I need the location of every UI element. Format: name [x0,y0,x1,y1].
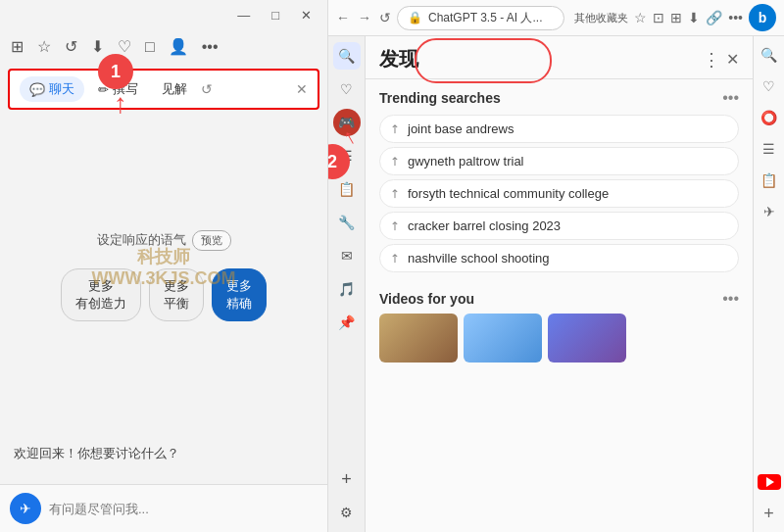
minimize-button[interactable]: — [231,6,256,24]
close-window-button[interactable]: ✕ [295,6,318,24]
bing-side-circle[interactable]: ⭕ [757,105,782,130]
bing-side-youtube[interactable] [757,469,782,495]
trending-item-text: cracker barrel closing 2023 [408,218,561,233]
secure-icon: 🔒 [408,11,422,24]
history-icon[interactable]: ↺ [62,34,80,59]
right-panel: ← → ↺ 🔒 ChatGPT 3.5 - AI 人... 其他收藏夹 ☆ ⊡ … [328,0,784,532]
bing-side-search[interactable]: 🔍 [757,42,782,68]
chat-input[interactable] [49,502,318,516]
forward-icon[interactable]: → [358,10,371,25]
sidebar-music[interactable]: 🎵 [333,275,361,303]
share-icon[interactable]: 🔗 [706,10,722,25]
grid-icon[interactable]: ⊞ [8,34,26,59]
settings-more-icon[interactable]: ••• [728,10,743,25]
maximize-button[interactable]: □ [266,6,285,24]
more-icon[interactable]: ••• [199,35,221,59]
video-thumb-1[interactable] [379,314,458,363]
trend-arrow-icon: ↗ [387,121,404,137]
trending-item-text: nashville school shooting [408,251,550,266]
tab-close-icon[interactable]: ✕ [296,81,308,97]
sidebar-mail[interactable]: ✉ [333,242,361,269]
back-icon[interactable]: ← [336,10,350,25]
refresh-icon[interactable]: ↺ [379,10,391,25]
videos-more-icon[interactable]: ••• [722,290,739,308]
tabs-icon[interactable]: ⊞ [670,10,682,25]
sidebar-heart[interactable]: ♡ [333,75,361,103]
trend-arrow-icon: ↗ [387,153,404,169]
star-icon[interactable]: ☆ [34,34,54,59]
video-thumb-3[interactable] [548,314,626,363]
video-thumbnails [379,314,739,363]
bing-side-plus[interactable]: + [757,501,782,526]
left-main-area: 设定响应的语气 预览 更多有创造力 更多平衡 更多精确 科技师 WWW.3KJS… [0,116,327,435]
trending-section: Trending searches ••• ↗ joint base andre… [366,79,753,272]
bing-button[interactable]: b [749,4,776,31]
sidebar-search[interactable]: 🔍 [333,42,361,70]
left-input-row: ✈ [0,484,327,532]
folder-label: 其他收藏夹 [574,11,628,25]
trending-list: ↗ joint base andrews ↗ gwyneth paltrow t… [379,115,739,272]
address-bar[interactable]: 🔒 ChatGPT 3.5 - AI 人... [397,6,564,30]
sidebar-clipboard[interactable]: 📋 [333,175,361,203]
trending-item-text: gwyneth paltrow trial [408,154,524,169]
discovery-panel: 2 ↑ 发现 ⋮ ✕ Trending searches ••• ↗ [366,36,753,532]
trending-title: Trending searches [379,90,501,106]
videos-header: Videos for you ••• [379,290,739,308]
video-thumb-2[interactable] [464,314,542,363]
trending-more-icon[interactable]: ••• [722,89,739,107]
right-content: 🔍 ♡ 🎮 ☰ 📋 🔧 ✉ 🎵 📌 + ⚙ 2 ↑ 发现 [328,36,784,532]
bing-sidebar: 🔍 ♡ ⭕ ☰ 📋 ✈ + [753,36,784,532]
list-item[interactable]: ↗ forsyth technical community college [379,179,739,208]
trend-arrow-icon: ↗ [387,185,404,202]
trend-arrow-icon: ↗ [387,250,404,266]
sidebar-settings-bottom[interactable]: ⚙ [333,499,361,526]
sidebar-add[interactable]: + [333,465,361,493]
annotation-circle-1: 1 [98,54,133,89]
browser-sidebar: 🔍 ♡ 🎮 ☰ 📋 🔧 ✉ 🎵 📌 + ⚙ [328,36,366,532]
left-titlebar: — □ ✕ [0,0,327,30]
list-item[interactable]: ↗ gwyneth paltrow trial [379,147,739,175]
videos-title: Videos for you [379,291,474,307]
bing-avatar: ✈ [10,493,41,524]
bing-side-heart[interactable]: ♡ [757,73,782,99]
list-item[interactable]: ↗ cracker barrel closing 2023 [379,212,739,240]
fav-icon[interactable]: ☆ [634,10,647,25]
style-precise-button[interactable]: 更多精确 [212,268,267,321]
welcome-text: 欢迎回来！你想要讨论什么？ [14,446,179,460]
tone-row: 设定响应的语气 预览 [97,230,231,251]
trending-header: Trending searches ••• [379,89,739,107]
bing-side-list[interactable]: ☰ [757,136,782,162]
trending-item-text: joint base andrews [408,121,514,136]
download-icon[interactable]: ⬇ [88,34,107,59]
address-text: ChatGPT 3.5 - AI 人... [428,10,543,26]
chat-area: 欢迎回来！你想要讨论什么？ [0,435,327,484]
tab-refresh-icon[interactable]: ↺ [201,81,213,97]
preview-button[interactable]: 预览 [192,230,231,251]
split-icon[interactable]: ⊡ [653,10,664,25]
bing-side-clipboard[interactable]: 📋 [757,168,782,193]
sidebar-gear[interactable]: 🔧 [333,209,361,236]
right-titlebar: ← → ↺ 🔒 ChatGPT 3.5 - AI 人... 其他收藏夹 ☆ ⊡ … [328,0,784,36]
tab-row: 💬 聊天 ✏ 撰写 见解 ↺ ✕ [8,69,319,110]
discovery-actions: ⋮ ✕ [703,49,739,71]
trend-arrow-icon: ↗ [387,218,404,234]
user-icon[interactable]: 👤 [166,34,191,59]
tone-label: 设定响应的语气 [97,231,186,249]
list-item[interactable]: ↗ joint base andrews [379,115,739,143]
bing-side-gear[interactable]: ✈ [757,199,782,224]
screen-icon[interactable]: □ [142,35,158,59]
style-creative-button[interactable]: 更多有创造力 [61,268,141,321]
nav-buttons: ← → ↺ [336,10,391,25]
annotation-arrow-up: ↑ [114,88,127,120]
style-balanced-button[interactable]: 更多平衡 [149,268,204,321]
youtube-icon [758,474,781,490]
sidebar-pin[interactable]: 📌 [333,309,361,336]
discovery-more-icon[interactable]: ⋮ [703,49,720,71]
youtube-play-triangle [766,477,774,487]
dl-icon[interactable]: ⬇ [688,10,700,25]
tab-insights[interactable]: 见解 [152,76,197,102]
style-buttons: 更多有创造力 更多平衡 更多精确 [61,268,267,321]
list-item[interactable]: ↗ nashville school shooting [379,244,739,272]
discovery-close-icon[interactable]: ✕ [726,50,739,69]
tab-chat[interactable]: 💬 聊天 [20,76,84,102]
